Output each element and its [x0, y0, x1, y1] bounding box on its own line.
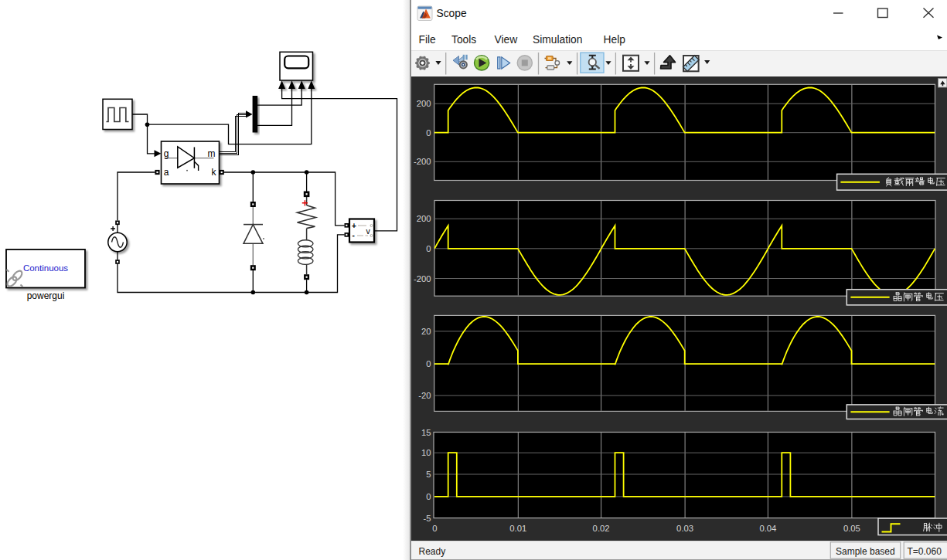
svg-text:Simulation: Simulation	[533, 34, 582, 46]
svg-text:+: +	[352, 222, 356, 230]
svg-text:15: 15	[421, 428, 431, 437]
svg-text:0: 0	[426, 492, 431, 501]
svg-text:View: View	[495, 34, 518, 46]
svg-text:-: -	[353, 231, 355, 239]
svg-text:Help: Help	[604, 34, 626, 46]
svg-text:0: 0	[426, 128, 431, 137]
svg-text:5: 5	[426, 470, 431, 479]
svg-text:200: 200	[417, 214, 431, 223]
svg-text:20: 20	[421, 327, 431, 336]
svg-text:m: m	[208, 148, 216, 159]
svg-text:-200: -200	[414, 157, 431, 166]
svg-text:0: 0	[432, 524, 437, 533]
svg-text:0.02: 0.02	[593, 524, 610, 533]
svg-text:Continuous: Continuous	[23, 263, 68, 273]
svg-text:powergui: powergui	[27, 290, 65, 301]
svg-text:Tools: Tools	[451, 34, 476, 46]
svg-text:0.03: 0.03	[676, 524, 693, 533]
svg-text:v: v	[366, 226, 371, 236]
svg-text:Scope: Scope	[437, 8, 467, 19]
svg-text:File: File	[419, 34, 437, 46]
svg-text:0: 0	[426, 359, 431, 368]
svg-text:10: 10	[421, 448, 431, 457]
svg-text:-200: -200	[414, 274, 431, 283]
svg-text:g: g	[164, 148, 169, 159]
svg-text:Ready: Ready	[419, 546, 446, 557]
svg-text:-20: -20	[418, 391, 431, 400]
svg-text:200: 200	[417, 99, 431, 108]
svg-text:0: 0	[426, 244, 431, 253]
svg-text:0.05: 0.05	[843, 524, 860, 533]
svg-text:-5: -5	[423, 514, 431, 523]
svg-text:T=0.060: T=0.060	[908, 546, 942, 557]
svg-text:a: a	[164, 167, 169, 178]
svg-text:0.01: 0.01	[509, 524, 526, 533]
svg-text:0.04: 0.04	[759, 524, 776, 533]
svg-text:Sample based: Sample based	[836, 546, 895, 557]
svg-text:k: k	[212, 167, 217, 178]
